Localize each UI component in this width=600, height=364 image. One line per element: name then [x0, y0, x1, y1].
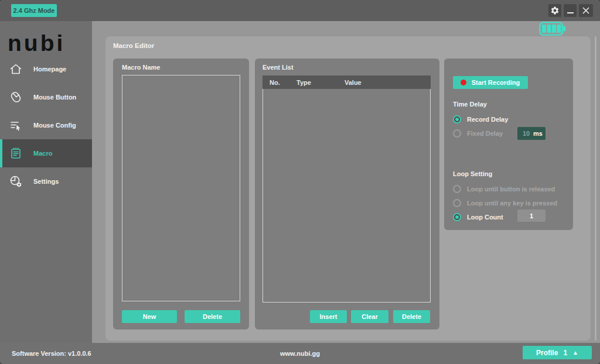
macro-delete-button[interactable]: Delete	[185, 310, 240, 323]
fixed-delay-label: Fixed Delay	[467, 130, 503, 137]
mouse-button-icon	[9, 90, 23, 104]
fixed-delay-radio	[453, 129, 461, 138]
macro-icon	[9, 146, 23, 160]
recording-panel: Start Recording Time Delay Record Delay …	[444, 59, 573, 230]
close-button[interactable]	[579, 4, 593, 17]
event-table-header: No. Type Value	[262, 75, 431, 89]
event-insert-button[interactable]: Insert	[310, 310, 347, 323]
sidebar-item-label: Macro	[33, 150, 52, 157]
settings-mouse-icon	[9, 174, 23, 188]
column-type: Type	[296, 79, 345, 86]
record-delay-label: Record Delay	[467, 116, 508, 123]
sidebar-nav: Homepage Mouse Button Mouse Config Macro	[0, 55, 92, 195]
close-icon	[582, 6, 590, 15]
app-window: 2.4 Ghz Mode nubi Homepage	[0, 0, 600, 364]
event-table-body[interactable]	[262, 89, 431, 303]
sidebar-item-mouse-config[interactable]: Mouse Config	[0, 111, 92, 139]
loop-until-released-radio	[453, 185, 461, 193]
vertical-scrollbar[interactable]	[595, 36, 596, 341]
event-list-title: Event List	[262, 64, 294, 71]
macro-new-button[interactable]: New	[122, 310, 177, 323]
event-list-panel: Event List No. Type Value Insert Clear D…	[255, 59, 439, 329]
sidebar-item-macro[interactable]: Macro	[0, 139, 92, 167]
loop-until-released-option[interactable]: Loop until button is released	[453, 184, 555, 194]
fixed-delay-option[interactable]: Fixed Delay	[453, 129, 503, 138]
sidebar-item-homepage[interactable]: Homepage	[0, 55, 92, 83]
home-icon	[9, 62, 23, 76]
loop-count-radio	[453, 213, 461, 221]
fixed-delay-input[interactable]	[520, 130, 532, 137]
mouse-config-icon	[9, 118, 23, 132]
sidebar-item-label: Mouse Button	[33, 94, 76, 101]
profile-selector-button[interactable]: Profile 1 ▲	[523, 346, 592, 359]
column-no: No.	[262, 79, 296, 86]
fixed-delay-input-box: ms	[517, 127, 546, 140]
sidebar-item-label: Settings	[33, 178, 59, 185]
event-clear-button[interactable]: Clear	[351, 310, 388, 323]
nubi-logo: nubi	[8, 30, 85, 56]
connection-mode-badge: 2.4 Ghz Mode	[11, 4, 57, 17]
loop-count-input[interactable]	[517, 210, 546, 222]
event-delete-button[interactable]: Delete	[393, 310, 430, 323]
software-version-text: Software Version: v1.0.0.6	[12, 343, 91, 364]
macro-name-title: Macro Name	[122, 64, 160, 71]
gear-icon	[550, 6, 560, 15]
main-area: Macro Editor Macro Name New Delete Event…	[92, 21, 600, 343]
minimize-button[interactable]	[564, 4, 577, 17]
sidebar-item-settings[interactable]: Settings	[0, 167, 92, 195]
profile-arrow-icon: ▲	[572, 349, 578, 356]
time-delay-title: Time Delay	[453, 101, 487, 108]
loop-until-pressed-radio	[453, 199, 461, 207]
minimize-icon	[567, 12, 574, 13]
loop-count-option[interactable]: Loop Count	[453, 212, 503, 222]
loop-setting-title: Loop Setting	[453, 170, 492, 177]
record-delay-option[interactable]: Record Delay	[453, 115, 508, 124]
sidebar-item-label: Mouse Config	[33, 122, 76, 129]
macro-name-panel: Macro Name New Delete	[113, 59, 249, 329]
title-bar: 2.4 Ghz Mode	[0, 0, 600, 21]
battery-icon	[538, 22, 567, 36]
start-recording-button[interactable]: Start Recording	[453, 76, 528, 89]
profile-label: Profile	[536, 349, 558, 357]
macro-editor-container: Macro Editor Macro Name New Delete Event…	[105, 36, 591, 341]
sidebar-item-label: Homepage	[33, 66, 66, 73]
column-value: Value	[345, 79, 431, 86]
fixed-delay-unit: ms	[533, 130, 543, 137]
settings-gear-button[interactable]	[548, 4, 561, 17]
loop-until-pressed-option[interactable]: Loop until any key is pressed	[453, 198, 557, 208]
page-title: Macro Editor	[113, 42, 154, 49]
loop-until-released-label: Loop until button is released	[467, 186, 555, 193]
record-delay-radio	[453, 115, 461, 123]
loop-count-label: Loop Count	[467, 214, 503, 221]
sidebar: nubi Homepage Mouse Button Mouse Config	[0, 21, 92, 343]
sidebar-item-mouse-button[interactable]: Mouse Button	[0, 83, 92, 111]
status-bar: www.nubi.gg Software Version: v1.0.0.6 P…	[0, 343, 600, 364]
profile-number: 1	[563, 349, 567, 357]
start-recording-label: Start Recording	[472, 79, 520, 86]
macro-name-list[interactable]	[122, 75, 240, 301]
loop-until-pressed-label: Loop until any key is pressed	[467, 200, 557, 207]
record-dot-icon	[461, 80, 466, 85]
loop-count-input-box	[517, 210, 546, 222]
